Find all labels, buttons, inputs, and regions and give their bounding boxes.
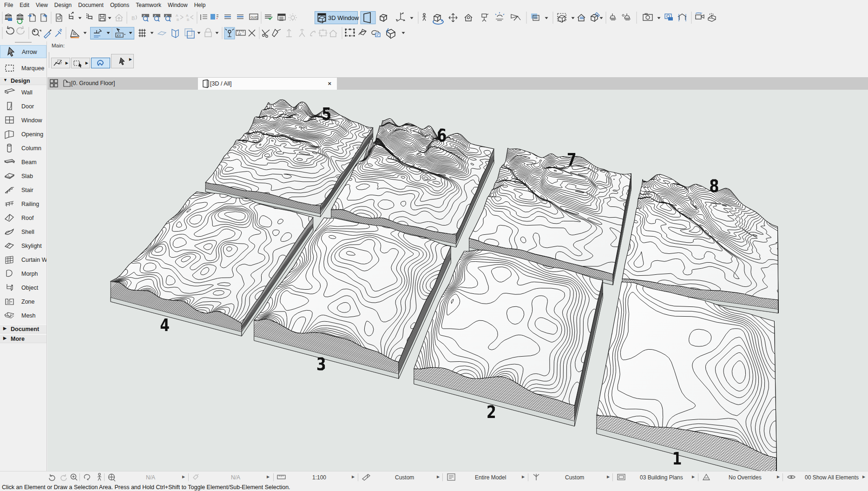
svg-text:A: A bbox=[186, 13, 189, 18]
svg-text:3D Window: 3D Window bbox=[328, 14, 359, 21]
svg-text:B: B bbox=[187, 18, 189, 22]
svg-text:B: B bbox=[177, 18, 179, 22]
svg-text:A: A bbox=[176, 13, 178, 18]
svg-text:XY: XY bbox=[117, 34, 121, 37]
svg-text:B: B bbox=[132, 15, 135, 21]
svg-text:GUID: GUID bbox=[250, 16, 258, 19]
svg-text:12: 12 bbox=[238, 33, 241, 35]
